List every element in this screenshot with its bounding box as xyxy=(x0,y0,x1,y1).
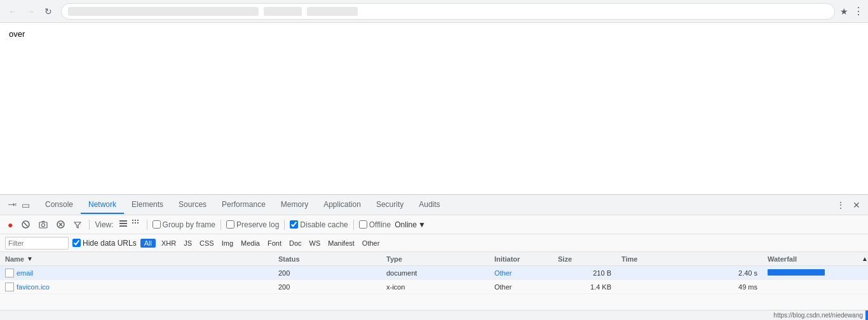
waterfall-sort-arrow: ▲ xyxy=(862,255,868,262)
svg-rect-13 xyxy=(132,222,133,223)
tab-network[interactable]: Network xyxy=(81,196,124,214)
col-header-size[interactable]: Size xyxy=(553,255,616,263)
row-initiator-email: Other xyxy=(489,269,553,277)
row-status-email: 200 xyxy=(273,269,381,277)
list-view-icon xyxy=(119,219,128,228)
filter-font[interactable]: Font xyxy=(266,239,283,248)
filter-other[interactable]: Other xyxy=(360,239,382,248)
offline-checkbox[interactable] xyxy=(359,220,367,229)
col-header-waterfall[interactable]: Waterfall ▲ xyxy=(763,255,868,263)
filter-xhr[interactable]: XHR xyxy=(159,239,178,248)
clear-button[interactable] xyxy=(54,219,67,230)
filter-img[interactable]: Img xyxy=(220,239,235,248)
disable-cache-checkbox[interactable] xyxy=(290,220,298,229)
preserve-log-label[interactable]: Preserve log xyxy=(226,220,279,229)
grid-view-button[interactable] xyxy=(130,218,142,231)
svg-rect-11 xyxy=(135,220,136,221)
filter-media[interactable]: Media xyxy=(239,239,262,248)
list-view-button[interactable] xyxy=(118,218,129,231)
tab-console[interactable]: Console xyxy=(37,196,81,214)
svg-rect-9 xyxy=(119,225,127,227)
filter-doc[interactable]: Doc xyxy=(287,239,304,248)
devtools-panel: ⭲ ▭ Console Network Elements Sources Per… xyxy=(0,194,868,320)
col-header-type[interactable]: Type xyxy=(381,255,489,263)
devtools-close-button[interactable]: ✕ xyxy=(850,197,863,213)
record-button[interactable]: ● xyxy=(5,218,15,231)
view-buttons xyxy=(118,218,142,231)
table-row[interactable]: favicon.ico 200 x-icon Other 1.4 KB 49 m… xyxy=(0,280,868,294)
filter-js[interactable]: JS xyxy=(182,239,194,248)
devtools-cursor-icon[interactable]: ⭲ xyxy=(5,200,19,210)
tab-audits[interactable]: Audits xyxy=(411,196,447,214)
tab-security[interactable]: Security xyxy=(369,196,411,214)
filter-all-button[interactable]: All xyxy=(140,239,156,248)
svg-rect-7 xyxy=(119,220,127,222)
row-status-favicon: 200 xyxy=(273,283,381,291)
network-table-container: Name ▼ Status Type Initiator Size Time W… xyxy=(0,252,868,310)
col-header-initiator[interactable]: Initiator xyxy=(489,255,553,263)
disable-cache-text: Disable cache xyxy=(300,220,348,229)
back-button[interactable]: ← xyxy=(5,4,20,19)
svg-rect-10 xyxy=(132,220,133,221)
stop-button[interactable] xyxy=(19,219,32,230)
group-by-frame-label[interactable]: Group by frame xyxy=(153,220,215,229)
row-type-favicon: x-icon xyxy=(381,283,489,291)
col-header-time[interactable]: Time xyxy=(616,255,763,263)
menu-button[interactable]: ⋮ xyxy=(853,5,863,17)
toolbar-separator-3 xyxy=(220,220,221,230)
view-label: View: xyxy=(95,220,113,229)
table-row[interactable]: email 200 document Other 210 B 2.40 s xyxy=(0,266,868,280)
stop-icon xyxy=(22,220,30,229)
tab-sources[interactable]: Sources xyxy=(171,196,214,214)
preserve-log-checkbox[interactable] xyxy=(226,220,234,229)
toolbar-separator-4 xyxy=(284,220,285,230)
svg-point-3 xyxy=(42,223,45,227)
statusbar-url: https://blog.csdn.net/niedewang xyxy=(773,312,863,319)
devtools-responsive-icon[interactable]: ▭ xyxy=(19,200,32,210)
group-by-frame-checkbox[interactable] xyxy=(153,220,161,229)
offline-label[interactable]: Offline xyxy=(359,220,391,229)
network-toolbar: ● View: Group by frame xyxy=(0,215,868,234)
filter-button[interactable] xyxy=(71,220,84,230)
address-extra xyxy=(264,7,302,16)
disable-cache-label[interactable]: Disable cache xyxy=(290,220,348,229)
address-bar[interactable] xyxy=(61,3,835,20)
col-header-name[interactable]: Name ▼ xyxy=(0,255,273,263)
filter-input[interactable] xyxy=(5,237,69,250)
star-button[interactable]: ★ xyxy=(840,6,848,17)
tab-memory[interactable]: Memory xyxy=(273,196,316,214)
grid-view-icon xyxy=(132,219,140,228)
row-waterfall-email xyxy=(763,269,868,277)
tab-performance[interactable]: Performance xyxy=(214,196,273,214)
row-size-email: 210 B xyxy=(553,269,616,277)
filter-bar: Hide data URLs All XHR JS CSS Img Media … xyxy=(0,234,868,252)
forward-button[interactable]: → xyxy=(23,4,38,19)
row-size-favicon: 1.4 KB xyxy=(553,283,616,291)
camera-button[interactable] xyxy=(36,219,50,230)
online-dropdown[interactable]: Online ▼ xyxy=(395,220,426,229)
filter-manifest[interactable]: Manifest xyxy=(326,239,356,248)
devtools-more-button[interactable]: ⋮ xyxy=(834,197,848,213)
sort-arrow: ▼ xyxy=(27,255,33,262)
preserve-log-text: Preserve log xyxy=(236,220,279,229)
hide-data-urls-checkbox[interactable] xyxy=(72,239,81,247)
tab-application[interactable]: Application xyxy=(316,196,369,214)
row-name-favicon: favicon.ico xyxy=(0,283,273,291)
resize-handle[interactable] xyxy=(865,310,868,320)
browser-chrome: ← → ↻ ★ ⋮ xyxy=(0,0,868,23)
filter-ws[interactable]: WS xyxy=(308,239,323,248)
devtools-tab-bar: ⭲ ▭ Console Network Elements Sources Per… xyxy=(0,195,868,215)
hide-data-urls-label[interactable]: Hide data URLs xyxy=(72,239,137,248)
reload-button[interactable]: ↻ xyxy=(41,4,56,19)
offline-text: Offline xyxy=(369,220,391,229)
devtools-actions: ⋮ ✕ xyxy=(834,197,863,213)
tab-elements[interactable]: Elements xyxy=(124,196,171,214)
svg-rect-2 xyxy=(39,222,47,228)
devtools-statusbar: https://blog.csdn.net/niedewang xyxy=(0,310,868,320)
row-time-favicon: 49 ms xyxy=(616,283,763,291)
filter-css[interactable]: CSS xyxy=(198,239,216,248)
svg-rect-8 xyxy=(119,223,127,224)
col-header-status[interactable]: Status xyxy=(273,255,381,263)
address-content xyxy=(68,7,259,16)
clear-icon xyxy=(57,220,65,229)
